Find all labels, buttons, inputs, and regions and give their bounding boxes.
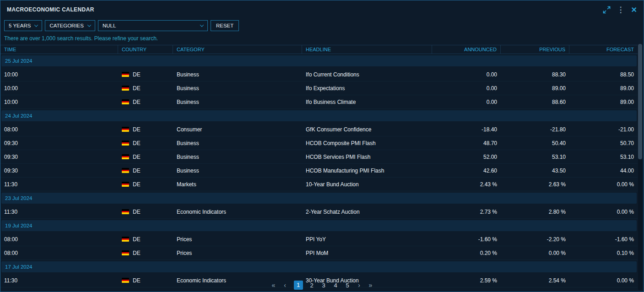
date-group-row: 24 Jul 2024 [1,110,637,121]
pagination-next[interactable]: › [357,281,362,289]
forecast-cell: -1.60 % [569,236,638,243]
announced-cell: 0.00 [432,99,501,105]
results-message: There are over 1,000 search results. Ple… [0,31,644,45]
forecast-cell: -21.00 [569,126,638,133]
country-cell: DE [118,277,173,284]
country-code: DE [133,99,141,105]
table-body: 25 Jul 202410:00DEBusinessIfo Current Co… [0,55,638,287]
table-row[interactable]: 11:30DEMarkets10-Year Bund Auction2.43 %… [0,178,638,191]
pagination-prev[interactable]: ‹ [282,281,288,289]
previous-cell: 2.80 % [501,209,569,215]
forecast-cell: 53.10 [569,154,638,160]
column-header-previous[interactable]: PREVIOUS [501,45,569,54]
country-code: DE [133,168,141,174]
forecast-cell: 0.00 % [569,181,638,188]
column-header-country[interactable]: COUNTRY [118,45,173,54]
categories-select-value: CATEGORIES [49,23,84,28]
time-cell: 10:00 [0,99,118,105]
page-title: MACROECONOMIC CALENDAR [7,6,94,13]
pagination-page-5[interactable]: 5 [345,282,351,289]
previous-cell: 50.40 [501,140,569,146]
table-row[interactable]: 08:00DEPricesPPI MoM0.20 %0.00 %0.10 % [0,246,638,260]
table-row[interactable]: 11:30DEEconomic Indicators2-Year Schatz … [0,205,638,219]
time-cell: 09:30 [0,168,118,174]
announced-cell: 42.60 [432,168,501,174]
time-cell: 08:00 [0,236,118,243]
country-cell: DE [118,181,173,188]
filter-select[interactable]: NULL [98,20,208,31]
toolbar: 5 YEARS CATEGORIES NULL RESET [0,19,644,31]
scrollbar-thumb[interactable] [638,44,642,159]
category-cell: Business [173,71,302,78]
column-header-category[interactable]: CATEGORY [173,45,302,54]
time-cell: 08:00 [0,250,118,256]
kebab-menu-icon[interactable]: ⋮ [617,6,625,14]
table-row[interactable]: 08:00DEConsumerGfK Consumer Confidence-1… [0,123,638,136]
period-select[interactable]: 5 YEARS [4,20,42,31]
previous-cell: 2.54 % [501,277,569,284]
table-row[interactable]: 09:30DEBusinessHCOB Manufacturing PMI Fl… [0,164,638,178]
country-code: DE [133,85,141,92]
vertical-scrollbar[interactable] [638,44,642,290]
headline-cell: PPI YoY [302,236,432,243]
country-cell: DE [118,85,173,92]
announced-cell: 0.00 [432,85,501,92]
time-cell: 11:30 [0,181,118,188]
close-icon[interactable]: ✕ [631,5,637,14]
pagination-last[interactable]: » [368,281,373,289]
column-header-headline[interactable]: HEADLINE [302,45,432,54]
country-code: DE [133,126,141,133]
table-row[interactable]: 08:00DEPricesPPI YoY-1.60 %-2.20 %-1.60 … [0,233,638,246]
table-row[interactable]: 10:00DEBusinessIfo Current Conditions0.0… [0,68,638,81]
previous-cell: 0.00 % [501,250,569,256]
previous-cell: 88.30 [501,71,569,78]
time-cell: 09:30 [0,140,118,146]
column-header-time[interactable]: TIME [0,45,118,54]
time-cell: 10:00 [0,71,118,78]
flag-de-icon [122,127,129,132]
pagination-first[interactable]: « [271,281,276,289]
category-cell: Prices [173,250,302,256]
pagination-page-4[interactable]: 4 [333,282,339,289]
country-code: DE [133,250,141,256]
pagination-page-1[interactable]: 1 [294,281,303,290]
table-row[interactable]: 10:00DEBusinessIfo Expectations0.0089.00… [0,81,638,95]
chevron-down-icon [34,23,38,27]
headline-cell: HCOB Services PMI Flash [302,154,432,160]
column-header-forecast[interactable]: FORECAST [569,45,638,54]
flag-de-icon [122,250,129,255]
headline-cell: GfK Consumer Confidence [302,126,432,133]
forecast-cell: 0.00 % [569,277,638,284]
forecast-cell: 0.10 % [569,250,638,256]
forecast-cell: 50.70 [569,140,638,146]
headline-cell: 10-Year Bund Auction [302,181,432,188]
country-code: DE [133,181,141,188]
table-row[interactable]: 10:00DEBusinessIfo Business Climate0.008… [0,95,638,109]
previous-cell: -2.20 % [501,236,569,243]
headline-cell: Ifo Expectations [302,85,432,92]
announced-cell: 0.20 % [432,250,501,256]
table-row[interactable]: 09:30DEBusinessHCOB Services PMI Flash52… [0,150,638,164]
country-cell: DE [118,168,173,174]
categories-select[interactable]: CATEGORIES [45,20,95,31]
filter-select-value: NULL [103,23,116,28]
date-group-row: 17 Jul 2024 [1,261,637,272]
table-row[interactable]: 09:30DEBusinessHCOB Composite PMI Flash4… [0,136,638,150]
country-cell: DE [118,140,173,146]
forecast-cell: 0.00 % [569,209,638,215]
expand-icon[interactable] [603,6,611,14]
reset-button[interactable]: RESET [211,20,239,31]
category-cell: Business [173,168,302,174]
country-code: DE [133,236,141,243]
category-cell: Business [173,140,302,146]
column-header-announced[interactable]: ANNOUNCED [432,45,501,54]
category-cell: Business [173,85,302,92]
title-bar: MACROECONOMIC CALENDAR ⋮ ✕ [0,0,644,19]
country-code: DE [133,277,141,284]
pagination-page-3[interactable]: 3 [321,282,327,289]
forecast-cell: 44.00 [569,168,638,174]
pagination-page-2[interactable]: 2 [309,282,315,289]
flag-de-icon [122,278,129,283]
category-cell: Markets [173,181,302,188]
country-cell: DE [118,236,173,243]
